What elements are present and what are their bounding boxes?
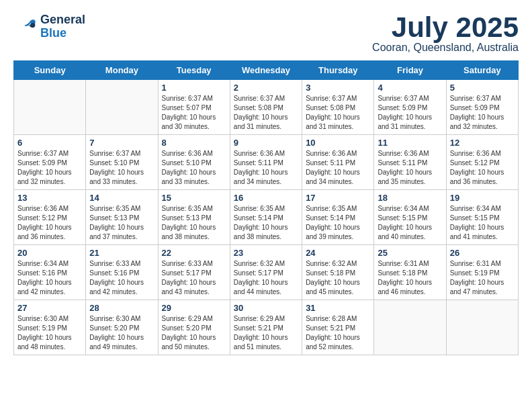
day-header-wednesday: Wednesday bbox=[230, 61, 302, 80]
day-number: 21 bbox=[89, 248, 154, 258]
day-header-sunday: Sunday bbox=[14, 61, 86, 80]
day-number: 13 bbox=[17, 193, 82, 203]
day-info: Sunrise: 6:37 AM Sunset: 5:08 PM Dayligh… bbox=[234, 94, 298, 132]
day-info: Sunrise: 6:35 AM Sunset: 5:14 PM Dayligh… bbox=[234, 204, 298, 242]
logo-general: General bbox=[40, 13, 85, 27]
day-number: 19 bbox=[450, 193, 515, 203]
day-info: Sunrise: 6:37 AM Sunset: 5:09 PM Dayligh… bbox=[17, 149, 82, 187]
calendar-day-19: 19Sunrise: 6:34 AM Sunset: 5:15 PM Dayli… bbox=[446, 190, 518, 245]
day-number: 17 bbox=[306, 193, 370, 203]
day-info: Sunrise: 6:32 AM Sunset: 5:17 PM Dayligh… bbox=[234, 259, 298, 297]
calendar-day-empty bbox=[86, 80, 158, 135]
day-header-tuesday: Tuesday bbox=[158, 61, 230, 80]
calendar-day-14: 14Sunrise: 6:35 AM Sunset: 5:13 PM Dayli… bbox=[86, 190, 158, 245]
day-number: 12 bbox=[450, 138, 515, 148]
day-info: Sunrise: 6:36 AM Sunset: 5:12 PM Dayligh… bbox=[17, 204, 82, 242]
calendar-day-24: 24Sunrise: 6:32 AM Sunset: 5:18 PM Dayli… bbox=[302, 245, 374, 300]
calendar-week-row: 1Sunrise: 6:37 AM Sunset: 5:07 PM Daylig… bbox=[14, 80, 519, 135]
calendar-day-16: 16Sunrise: 6:35 AM Sunset: 5:14 PM Dayli… bbox=[230, 190, 302, 245]
logo-icon bbox=[13, 15, 38, 39]
calendar-day-empty bbox=[374, 300, 446, 355]
calendar-day-28: 28Sunrise: 6:30 AM Sunset: 5:20 PM Dayli… bbox=[86, 300, 158, 355]
day-info: Sunrise: 6:35 AM Sunset: 5:13 PM Dayligh… bbox=[162, 204, 226, 242]
calendar-week-row: 6Sunrise: 6:37 AM Sunset: 5:09 PM Daylig… bbox=[14, 135, 519, 190]
day-number: 6 bbox=[17, 138, 82, 148]
day-number: 20 bbox=[17, 248, 82, 258]
day-info: Sunrise: 6:36 AM Sunset: 5:11 PM Dayligh… bbox=[306, 149, 370, 187]
calendar-day-11: 11Sunrise: 6:36 AM Sunset: 5:11 PM Dayli… bbox=[374, 135, 446, 190]
day-info: Sunrise: 6:31 AM Sunset: 5:19 PM Dayligh… bbox=[450, 259, 515, 297]
calendar-day-13: 13Sunrise: 6:36 AM Sunset: 5:12 PM Dayli… bbox=[14, 190, 86, 245]
day-number: 26 bbox=[450, 248, 515, 258]
calendar-day-18: 18Sunrise: 6:34 AM Sunset: 5:15 PM Dayli… bbox=[374, 190, 446, 245]
day-number: 7 bbox=[89, 138, 154, 148]
day-info: Sunrise: 6:37 AM Sunset: 5:07 PM Dayligh… bbox=[162, 94, 226, 132]
day-info: Sunrise: 6:33 AM Sunset: 5:16 PM Dayligh… bbox=[89, 259, 154, 297]
day-number: 31 bbox=[306, 303, 370, 313]
day-number: 10 bbox=[306, 138, 370, 148]
calendar-week-row: 13Sunrise: 6:36 AM Sunset: 5:12 PM Dayli… bbox=[14, 190, 519, 245]
day-number: 27 bbox=[17, 303, 82, 313]
day-info: Sunrise: 6:35 AM Sunset: 5:13 PM Dayligh… bbox=[89, 204, 154, 242]
page-header: General Blue July 2025 Cooran, Queenslan… bbox=[13, 13, 519, 54]
day-info: Sunrise: 6:36 AM Sunset: 5:10 PM Dayligh… bbox=[162, 149, 226, 187]
calendar-table: SundayMondayTuesdayWednesdayThursdayFrid… bbox=[13, 60, 519, 355]
calendar-day-7: 7Sunrise: 6:37 AM Sunset: 5:10 PM Daylig… bbox=[86, 135, 158, 190]
day-number: 15 bbox=[162, 193, 226, 203]
day-number: 28 bbox=[89, 303, 154, 313]
day-info: Sunrise: 6:28 AM Sunset: 5:21 PM Dayligh… bbox=[306, 314, 370, 352]
calendar-day-empty bbox=[14, 80, 86, 135]
logo: General Blue bbox=[13, 13, 85, 40]
day-info: Sunrise: 6:36 AM Sunset: 5:11 PM Dayligh… bbox=[378, 149, 442, 187]
calendar-day-empty bbox=[446, 300, 518, 355]
calendar-day-9: 9Sunrise: 6:36 AM Sunset: 5:11 PM Daylig… bbox=[230, 135, 302, 190]
day-number: 25 bbox=[378, 248, 442, 258]
day-number: 14 bbox=[89, 193, 154, 203]
day-info: Sunrise: 6:36 AM Sunset: 5:11 PM Dayligh… bbox=[234, 149, 298, 187]
day-header-saturday: Saturday bbox=[446, 61, 518, 80]
calendar-day-17: 17Sunrise: 6:35 AM Sunset: 5:14 PM Dayli… bbox=[302, 190, 374, 245]
day-header-thursday: Thursday bbox=[302, 61, 374, 80]
day-info: Sunrise: 6:35 AM Sunset: 5:14 PM Dayligh… bbox=[306, 204, 370, 242]
day-info: Sunrise: 6:37 AM Sunset: 5:10 PM Dayligh… bbox=[89, 149, 154, 187]
calendar-day-6: 6Sunrise: 6:37 AM Sunset: 5:09 PM Daylig… bbox=[14, 135, 86, 190]
logo-blue: Blue bbox=[40, 27, 85, 40]
day-number: 9 bbox=[234, 138, 298, 148]
month-title: July 2025 bbox=[372, 13, 519, 42]
calendar-day-3: 3Sunrise: 6:37 AM Sunset: 5:08 PM Daylig… bbox=[302, 80, 374, 135]
day-number: 2 bbox=[234, 83, 298, 93]
day-info: Sunrise: 6:36 AM Sunset: 5:12 PM Dayligh… bbox=[450, 149, 515, 187]
day-info: Sunrise: 6:29 AM Sunset: 5:20 PM Dayligh… bbox=[162, 314, 226, 352]
day-info: Sunrise: 6:30 AM Sunset: 5:20 PM Dayligh… bbox=[89, 314, 154, 352]
day-number: 3 bbox=[306, 83, 370, 93]
location: Cooran, Queensland, Australia bbox=[372, 42, 519, 54]
day-header-friday: Friday bbox=[374, 61, 446, 80]
calendar-day-12: 12Sunrise: 6:36 AM Sunset: 5:12 PM Dayli… bbox=[446, 135, 518, 190]
calendar-day-15: 15Sunrise: 6:35 AM Sunset: 5:13 PM Dayli… bbox=[158, 190, 230, 245]
day-number: 8 bbox=[162, 138, 226, 148]
calendar-day-30: 30Sunrise: 6:29 AM Sunset: 5:21 PM Dayli… bbox=[230, 300, 302, 355]
day-info: Sunrise: 6:33 AM Sunset: 5:17 PM Dayligh… bbox=[162, 259, 226, 297]
calendar-day-26: 26Sunrise: 6:31 AM Sunset: 5:19 PM Dayli… bbox=[446, 245, 518, 300]
day-info: Sunrise: 6:34 AM Sunset: 5:16 PM Dayligh… bbox=[17, 259, 82, 297]
day-info: Sunrise: 6:31 AM Sunset: 5:18 PM Dayligh… bbox=[378, 259, 442, 297]
day-number: 11 bbox=[378, 138, 442, 148]
day-info: Sunrise: 6:30 AM Sunset: 5:19 PM Dayligh… bbox=[17, 314, 82, 352]
calendar-header-row: SundayMondayTuesdayWednesdayThursdayFrid… bbox=[14, 61, 519, 80]
day-number: 22 bbox=[162, 248, 226, 258]
calendar-day-23: 23Sunrise: 6:32 AM Sunset: 5:17 PM Dayli… bbox=[230, 245, 302, 300]
day-info: Sunrise: 6:37 AM Sunset: 5:09 PM Dayligh… bbox=[450, 94, 515, 132]
day-info: Sunrise: 6:32 AM Sunset: 5:18 PM Dayligh… bbox=[306, 259, 370, 297]
day-header-monday: Monday bbox=[86, 61, 158, 80]
day-info: Sunrise: 6:34 AM Sunset: 5:15 PM Dayligh… bbox=[450, 204, 515, 242]
calendar-day-4: 4Sunrise: 6:37 AM Sunset: 5:09 PM Daylig… bbox=[374, 80, 446, 135]
day-info: Sunrise: 6:37 AM Sunset: 5:08 PM Dayligh… bbox=[306, 94, 370, 132]
calendar-day-2: 2Sunrise: 6:37 AM Sunset: 5:08 PM Daylig… bbox=[230, 80, 302, 135]
calendar-day-20: 20Sunrise: 6:34 AM Sunset: 5:16 PM Dayli… bbox=[14, 245, 86, 300]
calendar-week-row: 27Sunrise: 6:30 AM Sunset: 5:19 PM Dayli… bbox=[14, 300, 519, 355]
day-info: Sunrise: 6:34 AM Sunset: 5:15 PM Dayligh… bbox=[378, 204, 442, 242]
calendar-day-22: 22Sunrise: 6:33 AM Sunset: 5:17 PM Dayli… bbox=[158, 245, 230, 300]
calendar-week-row: 20Sunrise: 6:34 AM Sunset: 5:16 PM Dayli… bbox=[14, 245, 519, 300]
day-number: 30 bbox=[234, 303, 298, 313]
calendar-day-21: 21Sunrise: 6:33 AM Sunset: 5:16 PM Dayli… bbox=[86, 245, 158, 300]
